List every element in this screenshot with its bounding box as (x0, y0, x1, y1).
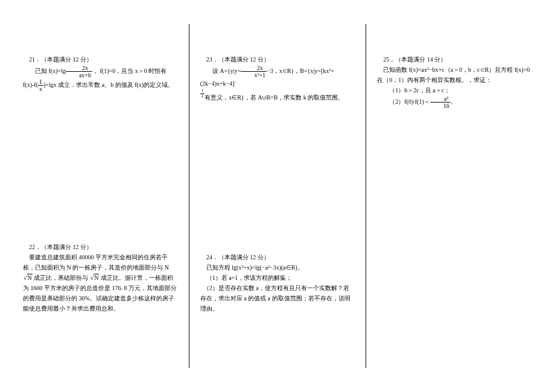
frac-num: 1 (38, 78, 43, 86)
problem-25-l1-text: 已知函数 f(x)=ax²−bx+c（a＞0，b，c∈R）且方程 f(x)=0 … (377, 66, 530, 83)
problem-23-header: 23．（本题满分 12 分） (200, 54, 355, 65)
problem-21-line1: 已知 f(x)=lg2xax+b， f(1)=0，且当 x＞0 时恒有 (23, 65, 178, 78)
problem-21-frac2: 1x (38, 78, 43, 92)
problem-23-frac1: 2xx²+1 (241, 65, 267, 78)
problem-22-body: 要建造总建筑面积 40000 平方米完全相同的住房若干栋，已知面积为 N 的一栋… (23, 252, 178, 314)
problem-23-line2: 12有意义，x∈R}，若 A∪B=B，求实数 k 的取值范围。 (200, 89, 355, 103)
problem-25-l3a: （2）f(0)·f(1)＜ (389, 98, 430, 105)
problem-25-frac: a²16 (430, 95, 451, 109)
spacer (200, 103, 355, 252)
problem-25-l3: （2）f(0)·f(1)＜a²16。 (377, 95, 532, 109)
spacer (23, 92, 178, 242)
problem-21-l2a: f(x)-f( (23, 81, 38, 88)
problem-22-l1b: 成正比，基础部份与 (33, 274, 90, 281)
problem-25-l1: 已知函数 f(x)=ax²−bx+c（a＞0，b，c∈R）且方程 f(x)=0 … (377, 65, 532, 85)
problem-25-header: 25．（本题满分 14 分） (377, 54, 532, 65)
problem-24-l1: 已知方程 lg(x²+x)=lg(−a²−3x)(a∈R)。 (200, 262, 355, 273)
problem-22: 22．（本题满分 12 分） 要建造总建筑面积 40000 平方米完全相同的住房… (23, 242, 178, 314)
sqrt-radicand: N (27, 274, 33, 281)
column-3: 25．（本题满分 14 分） 已知函数 f(x)=ax²−bx+c（a＞0，b，… (366, 24, 543, 368)
problem-23-l2: 有意义，x∈R}，若 A∪B=B，求实数 k 的取值范围。 (205, 94, 344, 101)
problem-25: 25．（本题满分 14 分） 已知函数 f(x)=ax²−bx+c（a＞0，b，… (377, 54, 532, 109)
problem-22-header: 22．（本题满分 12 分） (23, 242, 178, 252)
problem-23-l1a: 设 A={y|y= (212, 68, 241, 74)
problem-24-l3: （2）是否存在实数 a，使方程有且只有一个实数解？若存在，求出对应 a 的值或 … (200, 283, 355, 314)
exam-page: 21．（本题满分 12 分） 已知 f(x)=lg2xax+b， f(1)=0，… (0, 0, 555, 392)
spacer (377, 109, 532, 368)
problem-23-exp: - (235, 80, 236, 84)
problem-23: 23．（本题满分 12 分） 设 A={y|y=2xx²+1−3，x∈R}，B=… (200, 54, 355, 103)
problem-24-l3-text: （2）是否存在实数 a，使方程有且只有一个实数解？若存在，求出对应 a 的值或 … (200, 285, 350, 312)
frac-den: x (38, 86, 43, 92)
problem-24-l2: （1）若 a=1，求该方程的解集； (200, 273, 355, 283)
frac-den: x²+1 (241, 72, 267, 78)
problem-21-l2b: )=lgx 成立．求出常数 a、b 的值及 f(x)的定义域。 (43, 81, 174, 88)
problem-23-line1: 设 A={y|y=2xx²+1−3，x∈R}，B={x|y=[kx²+(2k−4… (200, 65, 355, 89)
problem-21-mid1: ， f(1)=0，且当 x＞0 时恒有 (92, 68, 166, 74)
problem-24-header: 24．（本题满分 12 分） (200, 252, 355, 262)
problem-21-frac1: 2xax+b (66, 65, 92, 78)
column-2: 23．（本题满分 12 分） 设 A={y|y=2xx²+1−3，x∈R}，B=… (189, 24, 367, 368)
problem-21-line2: f(x)-f(1x)=lgx 成立．求出常数 a、b 的值及 f(x)的定义域。 (23, 78, 178, 92)
column-1: 21．（本题满分 12 分） 已知 f(x)=lg2xax+b， f(1)=0，… (12, 24, 189, 368)
problem-24: 24．（本题满分 12 分） 已知方程 lg(x²+x)=lg(−a²−3x)(… (200, 252, 355, 314)
sqrt-radicand: N (94, 274, 99, 281)
frac-den: ax+b (66, 72, 92, 78)
problem-25-l3b: 。 (451, 98, 457, 105)
sqrt-icon: N (90, 273, 100, 283)
problem-21: 21．（本题满分 12 分） 已知 f(x)=lg2xax+b， f(1)=0，… (23, 54, 178, 92)
problem-21-text-prefix: 已知 f(x)=lg (35, 68, 66, 74)
sqrt-icon: N (23, 273, 33, 283)
problem-22-l1a: 要建造总建筑面积 40000 平方米完全相同的住房若干栋，已知面积为 N 的一栋… (23, 254, 169, 271)
problem-25-l2: （1）b＞2c，且 a＞c； (377, 85, 532, 95)
frac-den: 16 (430, 103, 451, 109)
frac-num: 2x (241, 65, 267, 72)
frac-num: 2x (66, 65, 92, 72)
frac-num: a² (430, 95, 451, 103)
problem-21-header: 21．（本题满分 12 分） (23, 54, 178, 65)
